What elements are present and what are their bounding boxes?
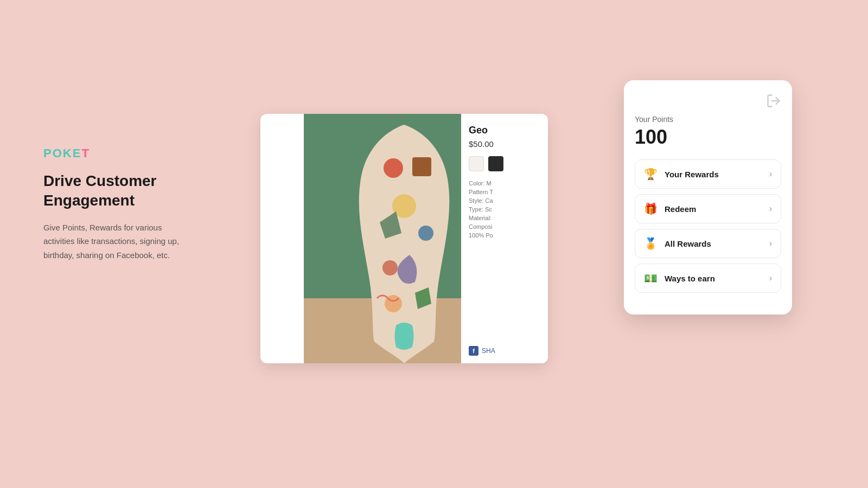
points-label: Your Points [635, 115, 781, 124]
all-rewards-label: All Rewards [665, 239, 711, 248]
share-label: SHA [482, 347, 495, 355]
shop-window: Geo $50.00 Color: M Pattern T Style: Ca … [260, 114, 548, 363]
detail-material: Material: [469, 215, 540, 221]
logo-t: T [81, 146, 90, 160]
ways-to-earn-chevron: › [769, 273, 772, 283]
ways-to-earn-left: 💵 Ways to earn [644, 272, 715, 285]
medal-icon: 🏅 [644, 237, 657, 250]
redeem-chevron: › [769, 204, 772, 214]
all-rewards-item[interactable]: 🏅 All Rewards › [635, 229, 781, 258]
product-title: Geo [469, 125, 540, 136]
widget-header [635, 93, 781, 108]
svg-point-2 [384, 158, 403, 178]
earn-icon: 💵 [644, 272, 657, 285]
product-price: $50.00 [469, 139, 540, 149]
rewards-widget: Your Points 100 🏆 Your Rewards › 🎁 Redee… [624, 80, 792, 314]
svg-rect-3 [412, 157, 431, 176]
share-row[interactable]: f SHA [469, 346, 495, 356]
all-rewards-left: 🏅 All Rewards [644, 237, 711, 250]
logo: POKET [43, 146, 195, 160]
all-rewards-chevron: › [769, 239, 772, 248]
swatch-light[interactable] [469, 156, 484, 171]
redeem-label: Redeem [665, 204, 696, 214]
ways-to-earn-item[interactable]: 💵 Ways to earn › [635, 264, 781, 293]
svg-rect-6 [382, 260, 398, 275]
swatch-dark[interactable] [488, 156, 503, 171]
detail-percent: 100% Po [469, 232, 540, 239]
detail-type: Type: Sc [469, 206, 540, 213]
gift-icon: 🎁 [644, 202, 657, 215]
logo-e: E [73, 146, 82, 160]
your-rewards-label: Your Rewards [665, 170, 719, 179]
color-swatch-row [469, 156, 540, 171]
product-info: Geo $50.00 Color: M Pattern T Style: Ca … [461, 114, 548, 363]
svg-point-5 [418, 226, 433, 241]
detail-style: Style: Ca [469, 197, 540, 204]
ways-to-earn-label: Ways to earn [665, 274, 715, 283]
detail-pattern: Pattern T [469, 189, 540, 195]
redeem-left: 🎁 Redeem [644, 202, 696, 215]
left-section: POKET Drive Customer Engagement Give Poi… [43, 146, 195, 262]
logo-pok: POK [43, 146, 73, 160]
your-rewards-item[interactable]: 🏆 Your Rewards › [635, 159, 781, 189]
points-value: 100 [635, 126, 781, 149]
facebook-icon: f [469, 346, 478, 356]
exit-icon[interactable] [766, 93, 781, 108]
your-rewards-left: 🏆 Your Rewards [644, 168, 719, 181]
redeem-item[interactable]: 🎁 Redeem › [635, 194, 781, 223]
description: Give Points, Rewards for various activit… [43, 221, 195, 262]
your-rewards-chevron: › [769, 169, 772, 179]
headline: Drive Customer Engagement [43, 171, 195, 211]
trophy-icon: 🏆 [644, 168, 657, 181]
detail-color: Color: M [469, 180, 540, 187]
detail-compo: Composi [469, 223, 540, 230]
